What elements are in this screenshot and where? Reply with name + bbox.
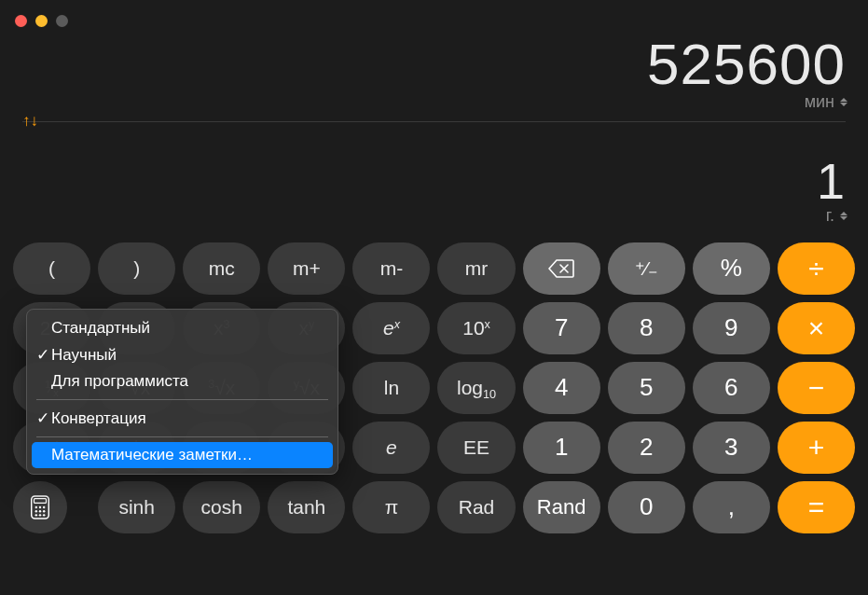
mr-key[interactable]: mr (437, 242, 515, 295)
mode-menu-button[interactable] (13, 481, 67, 533)
decimal-key[interactable]: , (693, 481, 770, 533)
menu-label: Стандартный (51, 319, 150, 338)
display-area: 525600 мин ↑↓ 1 г. (0, 0, 868, 235)
e-power-x-key[interactable]: ex (352, 302, 430, 354)
updown-icon (840, 212, 847, 220)
menu-label: Для программиста (51, 372, 188, 391)
secondary-unit-selector[interactable]: г. (826, 206, 847, 226)
digit-5-key[interactable]: 5 (608, 362, 685, 414)
sinh-key[interactable]: sinh (98, 481, 175, 533)
digit-2-key[interactable]: 2 (608, 422, 685, 474)
window-controls (15, 15, 68, 27)
digit-0-key[interactable]: 0 (608, 481, 685, 533)
percent-key[interactable]: % (693, 242, 770, 295)
secondary-value: 1 (817, 154, 846, 209)
primary-unit-label: мин (805, 92, 834, 112)
plusminus-key[interactable]: ⁺∕₋ (608, 242, 685, 295)
close-window-button[interactable] (15, 15, 27, 27)
svg-point-6 (39, 510, 41, 512)
divide-key[interactable]: ÷ (778, 242, 855, 295)
svg-point-8 (35, 514, 37, 516)
mminus-key[interactable]: m- (352, 242, 430, 295)
digit-8-key[interactable]: 8 (608, 302, 685, 354)
digit-1-key[interactable]: 1 (523, 422, 600, 474)
zoom-window-button[interactable] (56, 15, 68, 27)
backspace-icon (548, 259, 574, 278)
mc-key[interactable]: mc (183, 242, 260, 295)
primary-value: 525600 (647, 33, 846, 96)
menu-item-standard[interactable]: Стандартный (27, 315, 338, 341)
svg-point-7 (43, 510, 45, 512)
tanh-key[interactable]: tanh (268, 481, 345, 533)
swap-icon[interactable]: ↑↓ (22, 112, 38, 131)
ee-key[interactable]: EE (437, 422, 515, 474)
menu-item-math-notes[interactable]: Математические заметки… (32, 442, 333, 468)
mplus-key[interactable]: m+ (268, 242, 345, 295)
svg-point-10 (43, 514, 45, 516)
mode-menu: Стандартный ✓ Научный Для программиста ✓… (26, 309, 338, 475)
menu-item-programmer[interactable]: Для программиста (27, 368, 338, 394)
equals-key[interactable]: = (778, 481, 855, 533)
ln-key[interactable]: ln (352, 362, 430, 414)
menu-item-convert[interactable]: ✓ Конвертация (27, 405, 338, 432)
e-key[interactable]: e (352, 422, 430, 474)
digit-4-key[interactable]: 4 (523, 362, 600, 414)
svg-point-9 (39, 514, 41, 516)
menu-label: Научный (51, 346, 117, 365)
minimize-window-button[interactable] (35, 15, 48, 27)
svg-rect-1 (34, 498, 47, 503)
check-icon: ✓ (34, 345, 51, 365)
ten-power-x-key[interactable]: 10x (437, 302, 515, 354)
digit-9-key[interactable]: 9 (693, 302, 770, 354)
plus-key[interactable]: + (778, 422, 855, 474)
log10-key[interactable]: log10 (437, 362, 515, 414)
digit-6-key[interactable]: 6 (693, 362, 770, 414)
cosh-key[interactable]: cosh (183, 481, 260, 533)
paren-open-key[interactable]: ( (13, 242, 90, 295)
primary-unit-selector[interactable]: мин (805, 92, 847, 112)
rad-key[interactable]: Rad (437, 481, 515, 533)
digit-3-key[interactable]: 3 (693, 422, 770, 474)
menu-label: Конвертация (51, 409, 146, 428)
calculator-icon (29, 495, 51, 519)
paren-close-key[interactable]: ) (98, 242, 175, 295)
secondary-unit-label: г. (826, 206, 834, 226)
menu-divider (36, 436, 328, 437)
backspace-key[interactable] (523, 242, 600, 295)
menu-label: Математические заметки… (51, 446, 253, 464)
pi-key[interactable]: π (352, 481, 430, 533)
svg-point-4 (43, 505, 45, 507)
multiply-key[interactable]: × (778, 302, 855, 354)
rand-key[interactable]: Rand (523, 481, 600, 533)
display-separator: ↑↓ (22, 121, 846, 122)
svg-point-5 (35, 510, 37, 512)
svg-point-2 (35, 505, 37, 507)
check-icon: ✓ (34, 408, 51, 428)
digit-7-key[interactable]: 7 (523, 302, 600, 354)
updown-icon (840, 98, 847, 106)
minus-key[interactable]: − (778, 362, 855, 414)
menu-divider (36, 399, 328, 400)
menu-item-scientific[interactable]: ✓ Научный (27, 341, 338, 368)
svg-point-3 (39, 505, 41, 507)
plusminus-icon: ⁺∕₋ (635, 257, 658, 280)
